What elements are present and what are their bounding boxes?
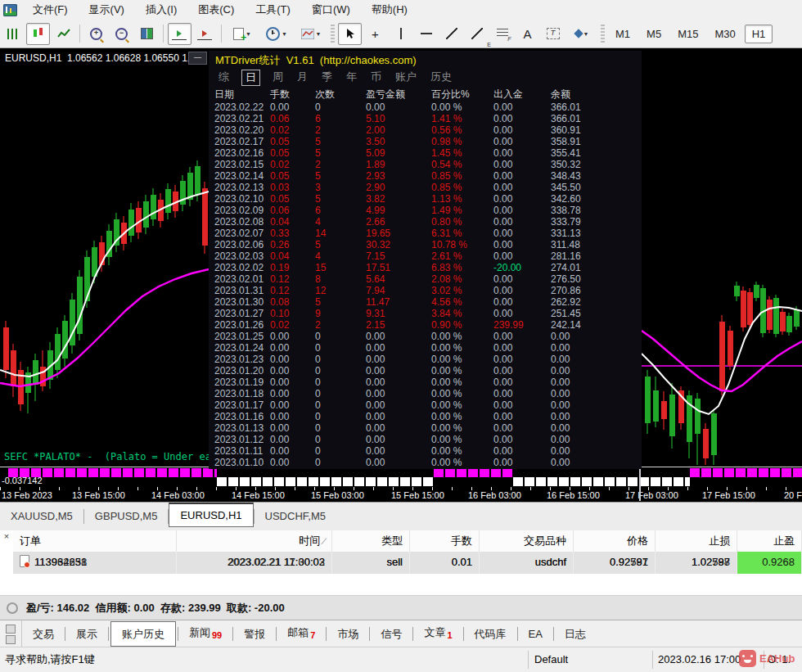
- timeframe-m30-button[interactable]: M30: [707, 25, 742, 43]
- stats-tab-0[interactable]: 综: [217, 70, 231, 86]
- chart-minimize-button[interactable]: —: [188, 52, 207, 65]
- terminal-col-header-4[interactable]: 交易品种: [480, 530, 574, 552]
- terminal-col-header-7[interactable]: 止盈: [737, 530, 802, 552]
- stats-tab-7[interactable]: 账户: [394, 70, 418, 86]
- stats-row[interactable]: 2023.02.020.191517.516.83 %-20.00274.01: [209, 262, 642, 273]
- chart-tab-xauusd-m5[interactable]: XAUUSD,M5: [0, 505, 83, 526]
- terminal-close-button[interactable]: ×: [2, 531, 11, 541]
- stats-row[interactable]: 2023.01.260.0222.150.90 %239.99242.14: [209, 319, 642, 331]
- terminal-col-header-3[interactable]: 手数: [410, 530, 480, 552]
- auto-scroll-button[interactable]: [168, 23, 191, 45]
- terminal-tab-1[interactable]: 展示: [65, 621, 108, 647]
- terminal-tab-9[interactable]: 代码库: [464, 621, 517, 647]
- menu-item-4[interactable]: 工具(T): [245, 0, 301, 20]
- stats-row[interactable]: 2023.01.170.0000.000.00 %0.000.00: [209, 399, 642, 411]
- stats-row[interactable]: 2023.02.010.1285.642.08 %0.00276.50: [209, 273, 642, 285]
- terminal-tab-8[interactable]: 文章1: [413, 620, 462, 648]
- order-row[interactable]: 1139622512023.02.21 17:00:02sell0.01usdc…: [13, 552, 802, 574]
- stats-row[interactable]: 2023.01.200.0000.000.00 %0.000.00: [209, 365, 642, 377]
- menu-item-2[interactable]: 插入(I): [135, 0, 187, 20]
- terminal-tab-11[interactable]: 日志: [554, 621, 597, 647]
- stats-tab-5[interactable]: 年: [345, 70, 358, 86]
- crosshair-button[interactable]: +: [363, 23, 387, 45]
- stats-tab-8[interactable]: 历史: [429, 70, 453, 86]
- stats-row[interactable]: 2023.01.180.0000.000.00 %0.000.00: [209, 388, 642, 399]
- stats-row[interactable]: 2023.01.120.0000.000.00 %0.000.00: [209, 434, 642, 445]
- menu-item-0[interactable]: 文件(F): [22, 0, 79, 20]
- stats-row[interactable]: 2023.02.090.0664.991.49 %0.00338.78: [209, 205, 642, 216]
- stats-row[interactable]: 2023.01.240.0000.000.00 %0.000.00: [209, 342, 642, 354]
- new-order-button[interactable]: ▼: [226, 23, 259, 45]
- timeframe-m1-button[interactable]: M1: [608, 25, 638, 43]
- chart-tab-usdchf-m5[interactable]: USDCHF,M5: [255, 505, 336, 526]
- menu-item-3[interactable]: 图表(C): [187, 0, 245, 20]
- stats-row[interactable]: 2023.02.030.0447.152.61 %0.00281.16: [209, 250, 642, 262]
- stats-row[interactable]: 2023.01.250.0000.000.00 %0.000.00: [209, 331, 642, 342]
- terminal-col-header-6[interactable]: 止损: [656, 530, 737, 552]
- timeframe-h1-button[interactable]: H1: [745, 25, 773, 43]
- terminal-col-header-5[interactable]: 价格: [574, 530, 656, 552]
- stats-row[interactable]: 2023.01.190.0000.000.00 %0.000.00: [209, 377, 642, 388]
- terminal-tab-10[interactable]: EA: [518, 621, 553, 647]
- stats-row[interactable]: 2023.02.210.0665.101.41 %0.00366.01: [209, 113, 642, 124]
- stats-row[interactable]: 2023.02.170.0553.500.98 %0.00358.91: [209, 136, 642, 147]
- terminal-tab-2[interactable]: 账户历史: [110, 621, 176, 647]
- time-axis[interactable]: 13 Feb 202313 Feb 15:0014 Feb 03:0014 Fe…: [0, 487, 802, 502]
- stats-tab-2[interactable]: 周: [271, 70, 285, 86]
- stats-row[interactable]: 2023.02.070.331419.656.31 %0.00331.13: [209, 228, 642, 239]
- line-chart-button[interactable]: [52, 23, 75, 45]
- channel-button[interactable]: E: [465, 23, 489, 45]
- stats-tab-6[interactable]: 币: [369, 70, 383, 86]
- menu-item-1[interactable]: 显示(V): [79, 0, 135, 20]
- stats-row[interactable]: 2023.02.160.0555.091.45 %0.00355.41: [209, 147, 642, 159]
- stats-tab-1[interactable]: 日: [241, 70, 260, 86]
- stats-row[interactable]: 2023.01.270.1099.313.84 %0.00251.45: [209, 308, 642, 319]
- stats-row[interactable]: 2023.01.130.0000.000.00 %0.000.00: [209, 422, 642, 434]
- zoom-in-button[interactable]: +: [84, 23, 108, 45]
- tile-windows-button[interactable]: [135, 23, 159, 45]
- timeframe-m15-button[interactable]: M15: [670, 25, 705, 43]
- stats-row[interactable]: 2023.01.230.0000.000.00 %0.000.00: [209, 354, 642, 365]
- terminal-col-header-1[interactable]: 时间∕: [177, 530, 332, 552]
- period-button[interactable]: ▼: [260, 23, 293, 45]
- terminal-col-header-2[interactable]: 类型: [332, 530, 410, 552]
- stats-row[interactable]: 2023.02.220.0000.000.00 %0.00366.01: [209, 101, 642, 113]
- stats-row[interactable]: 2023.02.100.0553.821.13 %0.00342.60: [209, 193, 642, 205]
- menu-item-5[interactable]: 窗口(W): [301, 0, 361, 20]
- stats-row[interactable]: 2023.01.160.0000.000.00 %0.000.00: [209, 411, 642, 422]
- stats-row[interactable]: 2023.01.300.08511.474.56 %0.00262.92: [209, 296, 642, 308]
- terminal-tab-7[interactable]: 信号: [370, 621, 412, 647]
- stats-row[interactable]: 2023.01.100.0000.000.00 %0.000.00: [209, 457, 642, 468]
- bar-chart-button[interactable]: [1, 23, 25, 45]
- horizontal-line-button[interactable]: [414, 23, 438, 45]
- stats-row[interactable]: 2023.02.140.0552.930.85 %0.00348.43: [209, 170, 642, 182]
- arrows-button[interactable]: ▼: [566, 23, 597, 45]
- stats-row[interactable]: 2023.02.150.0221.890.54 %0.00350.32: [209, 159, 642, 170]
- stats-row[interactable]: 2023.01.110.0000.000.00 %0.000.00: [209, 445, 642, 457]
- text-label-button[interactable]: T: [541, 23, 565, 45]
- timeframe-m5-button[interactable]: M5: [639, 25, 669, 43]
- stats-row[interactable]: 2023.02.130.0332.900.85 %0.00345.50: [209, 182, 642, 193]
- chart-tab-gbpusd-m5[interactable]: GBPUSD,M5: [84, 505, 169, 526]
- fibonacci-button[interactable]: F: [490, 23, 514, 45]
- chart-shift-button[interactable]: [193, 23, 217, 45]
- terminal-tab-4[interactable]: 警报: [233, 621, 276, 647]
- stats-tab-4[interactable]: 季: [320, 70, 334, 86]
- stats-row[interactable]: 2023.01.310.12127.943.02 %0.00270.86: [209, 285, 642, 296]
- terminal-col-header-0[interactable]: 订单: [13, 530, 177, 552]
- candlestick-chart-button[interactable]: [26, 23, 50, 45]
- zoom-out-button[interactable]: −: [110, 23, 133, 45]
- template-button[interactable]: ▼: [295, 23, 327, 45]
- terminal-tab-3[interactable]: 新闻99: [178, 620, 232, 648]
- terminal-tab-0[interactable]: 交易: [22, 621, 65, 647]
- text-button[interactable]: A: [516, 23, 539, 45]
- vertical-line-button[interactable]: [389, 23, 412, 45]
- chart-tab-eurusd-h1[interactable]: EURUSD,H1: [169, 503, 253, 527]
- menu-item-6[interactable]: 帮助(H): [361, 0, 418, 20]
- cursor-button[interactable]: [338, 23, 362, 45]
- stats-row[interactable]: 2023.02.060.26530.3210.78 %0.00311.48: [209, 239, 642, 250]
- stats-row[interactable]: 2023.02.080.0442.660.80 %0.00333.79: [209, 216, 642, 228]
- terminal-tab-6[interactable]: 市场: [327, 621, 369, 647]
- trendline-button[interactable]: [439, 23, 463, 45]
- stats-row[interactable]: 2023.02.200.0222.000.56 %0.00360.91: [209, 124, 642, 136]
